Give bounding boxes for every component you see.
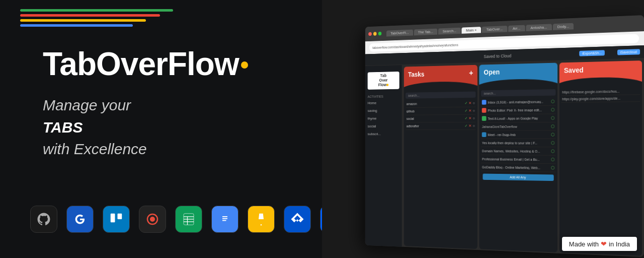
save-badge[interactable]: iSavecloud — [617, 49, 640, 55]
tab-favicon — [482, 116, 487, 120]
tab-item: Domain Names, Websites, Hosting & O... ⬡ — [481, 147, 555, 156]
tasks-column-header: Tasks + — [404, 65, 477, 83]
tasks-wave — [404, 81, 477, 91]
sidebar-item-social[interactable]: social — [365, 122, 402, 130]
export-badge[interactable]: iExport&Sh... — [579, 50, 604, 56]
tab-item: GoDaddy Blog - Online Marketing, Web... … — [481, 163, 555, 172]
task-check[interactable]: ✓ — [465, 116, 468, 120]
heart-icon: ❤ — [601, 240, 607, 248]
sidebar-item-saving[interactable]: saving — [365, 106, 402, 114]
logo: TabOverFlow — [43, 48, 337, 80]
saved-link-item[interactable]: https://play.google.com/store/apps/de... — [561, 95, 640, 103]
open-header-label: Open — [484, 68, 500, 76]
add-all-button[interactable]: Add All Any — [483, 174, 554, 181]
logo-text: TabOverFlow — [43, 48, 239, 80]
tagline: Manage your TABS with Excellence — [43, 94, 337, 160]
browser-tab[interactable]: TabOver... — [482, 26, 507, 33]
tasks-add-button[interactable]: + — [469, 69, 473, 77]
tab-save[interactable]: ⬡ — [551, 99, 554, 104]
tab-favicon — [482, 100, 487, 105]
browser-tab-active[interactable]: Main × — [461, 27, 481, 34]
cloud-save-text: Saved to Cloud — [484, 53, 511, 58]
google-icon[interactable] — [66, 206, 94, 233]
tasks-search[interactable]: search... — [406, 92, 476, 99]
browser-tab[interactable]: Arr... — [508, 25, 525, 32]
task-x[interactable]: ✕ — [469, 116, 472, 120]
footer-text-after: in India — [609, 240, 630, 248]
browser-tab[interactable]: Antosha... — [526, 24, 551, 31]
tasks-column: Tasks + search... amazon ✓ ✕ ○ — [404, 65, 477, 249]
saved-header-label: Saved — [564, 66, 584, 75]
open-column-header: Open — [479, 63, 557, 80]
tab-item: JahanaGioniTabOverflow ⬡ — [481, 122, 555, 131]
tasks-header-label: Tasks — [408, 71, 424, 78]
columns-area: Tasks + search... amazon ✓ ✕ ○ — [402, 58, 644, 257]
tab-favicon — [482, 132, 487, 137]
svg-rect-1 — [118, 214, 122, 219]
saved-body: https://firebase.google.com/docs/hos... … — [559, 86, 642, 256]
saved-wave — [559, 77, 642, 87]
footer-text-before: Made with — [569, 240, 599, 248]
docs-icon[interactable] — [211, 206, 238, 233]
browser-tab[interactable]: Search... — [438, 27, 461, 34]
task-x[interactable]: ✕ — [469, 108, 472, 113]
task-check[interactable]: ✓ — [465, 124, 468, 128]
tab-save[interactable]: ⬡ — [551, 124, 554, 129]
sidebar-logo: TabOverFlow — [365, 69, 402, 92]
tab-item: Text-It-Loud! - Apps on Google Play ⬡ — [481, 114, 555, 122]
task-edit[interactable]: ○ — [473, 124, 475, 128]
browser-tab[interactable]: The Tab... — [414, 28, 437, 35]
tab-item: Photo Editor: Pixlr X- free image edit..… — [481, 106, 555, 115]
task-x[interactable]: ✕ — [469, 101, 472, 105]
tagline-line3: with Excellence — [43, 141, 147, 157]
task-edit[interactable]: ○ — [473, 108, 475, 113]
app-layout: TabOverFlow Activities Home saving thyme… — [365, 58, 644, 257]
tagline-line2: TABS — [43, 119, 83, 136]
task-x[interactable]: ✕ — [469, 124, 472, 128]
tab-favicon — [482, 108, 487, 113]
url-text: taboverflow.com/dashboard/ahmedyahyadela… — [372, 43, 458, 49]
sidebar-logo-box: TabOverFlow — [368, 72, 399, 90]
trello-icon[interactable] — [103, 206, 130, 233]
keep-icon[interactable] — [248, 206, 275, 233]
close-dot[interactable] — [368, 32, 371, 36]
saved-column-header: Saved — [559, 60, 642, 78]
logo-dot — [241, 61, 248, 69]
tab-item: Yes locally then deploy to your site | F… — [481, 139, 555, 148]
browser-mockup: TabOverFl... The Tab... Search... Main ×… — [365, 15, 644, 257]
tab-save[interactable]: ⬡ — [551, 115, 554, 120]
maximize-dot[interactable] — [378, 32, 382, 36]
saved-column: Saved https://firebase.google.com/docs/h… — [559, 60, 642, 256]
open-search[interactable]: search... — [481, 89, 555, 97]
browser-tab[interactable]: TabOverFl... — [386, 29, 413, 36]
sidebar-item-subscri[interactable]: subscri... — [365, 130, 402, 138]
svg-rect-9 — [220, 213, 229, 226]
browser-tab[interactable]: Dody... — [552, 23, 574, 30]
task-check[interactable]: ✓ — [465, 101, 468, 106]
task-item: social ✓ ✕ ○ — [406, 115, 476, 123]
tab-save[interactable]: ⬡ — [551, 165, 554, 170]
github-icon[interactable] — [30, 206, 57, 233]
tab-save[interactable]: ⬡ — [551, 132, 554, 137]
sidebar-item-thyme[interactable]: thyme — [365, 114, 402, 122]
svg-point-13 — [261, 224, 262, 226]
tab-save[interactable]: ⬡ — [551, 157, 554, 162]
sidebar-item-home[interactable]: Home — [365, 99, 402, 107]
task-check[interactable]: ✓ — [465, 109, 468, 113]
tab-save[interactable]: ⬡ — [551, 107, 554, 112]
app-sidebar: TabOverFlow Activities Home saving thyme… — [365, 65, 403, 248]
tab-save[interactable]: ⬡ — [551, 149, 554, 154]
sheets-icon[interactable] — [175, 206, 202, 233]
task-item: github ✓ ✕ ○ — [406, 107, 476, 115]
davinci-icon[interactable] — [139, 206, 166, 233]
task-edit[interactable]: ○ — [473, 101, 475, 105]
tab-item: Inbox (3,918) - anil.mahajan@sonuay... ⬡ — [481, 97, 555, 106]
jira-icon[interactable] — [284, 206, 311, 233]
tab-item: Meet - rer-5sgp-fmb ⬡ — [481, 131, 555, 139]
svg-point-3 — [150, 217, 155, 222]
tasks-body: search... amazon ✓ ✕ ○ github — [404, 90, 477, 249]
open-column: Open search... Inbox (3,918) - anil.maha… — [479, 63, 557, 252]
minimize-dot[interactable] — [373, 32, 377, 36]
task-edit[interactable]: ○ — [473, 116, 475, 120]
tab-save[interactable]: ⬡ — [551, 141, 554, 146]
